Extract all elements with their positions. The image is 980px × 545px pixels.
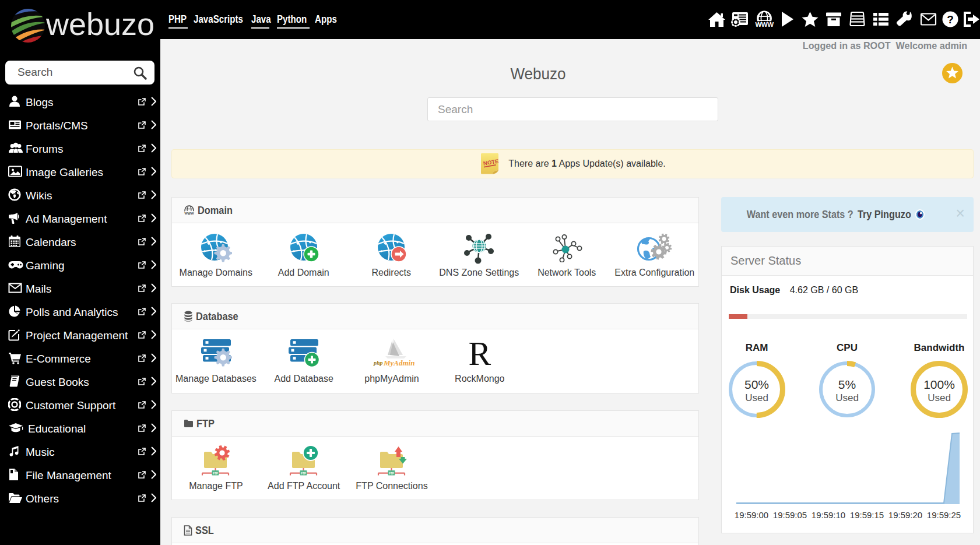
svg-text:FTP: FTP <box>213 472 219 475</box>
svg-text:php: php <box>373 360 383 366</box>
svg-text:?: ? <box>947 13 954 26</box>
svg-text:MyAdmin: MyAdmin <box>383 358 415 367</box>
svg-text:WWW: WWW <box>185 211 195 215</box>
svg-text:FTP: FTP <box>389 472 394 475</box>
svg-text:WWW: WWW <box>755 21 774 28</box>
svg-text:FTP: FTP <box>301 472 306 475</box>
